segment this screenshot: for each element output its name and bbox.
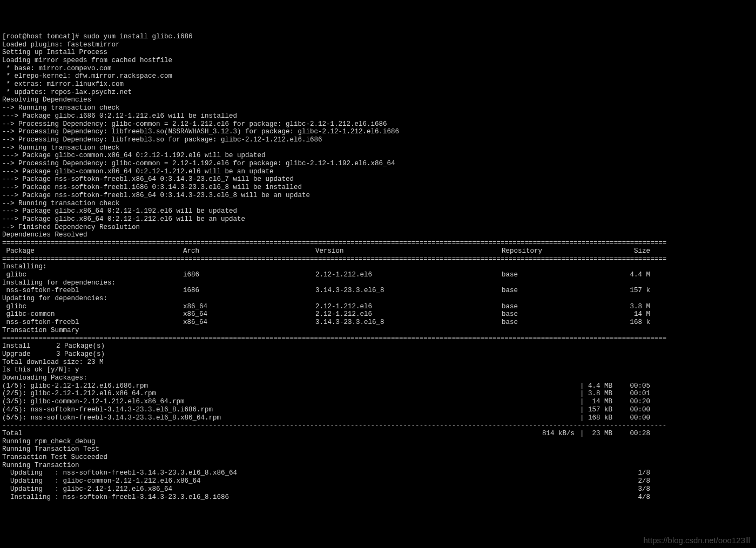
terminal-line: ---> Package glibc-common.x86_64 0:2.12-… (2, 168, 754, 176)
download-size: | 4.4 MB (575, 382, 612, 390)
shell-prompt[interactable]: [root@host tomcat]# sudo yum install gli… (2, 33, 754, 41)
col-arch: i686 (183, 287, 315, 295)
table-row: glibc-commonx86_642.12-1.212.el6base 14 … (2, 310, 754, 319)
download-row: (4/5): nss-softokn-freebl-3.14.3-23.3.el… (2, 406, 754, 414)
summary-value: 2 Package(s) (56, 342, 105, 350)
terminal-line: Loaded plugins: fastestmirror (2, 41, 754, 49)
terminal-line: ---> Package glibc.x86_64 0:2.12-1.192.e… (2, 207, 754, 215)
download-name: (5/5): nss-softokn-freebl-3.14.3-23.3.el… (2, 414, 575, 422)
terminal-line: --> Processing Dependency: glibc-common … (2, 120, 754, 128)
progress-count: 2/8 (626, 477, 650, 485)
divider-dash: ----------------------------------------… (2, 422, 754, 430)
terminal-line: ---> Package glibc.x86_64 0:2.12-1.212.e… (2, 215, 754, 224)
col-ver: 2.12-1.212.el6 (315, 303, 502, 311)
confirm-prompt[interactable]: Is this ok [y/N]: y (2, 366, 754, 374)
download-size: | 14 MB (575, 398, 612, 406)
col-size: Size (615, 247, 650, 255)
terminal-line: --> Processing Dependency: libfreebl3.so… (2, 136, 754, 144)
divider-eq: ========================================… (2, 255, 754, 263)
col-ver: 3.14.3-23.3.el6_8 (315, 287, 502, 295)
terminal-line: ---> Package glibc.i686 0:2.12-1.212.el6… (2, 112, 754, 120)
progress-name: Updating : glibc-common-2.12-1.212.el6.x… (2, 477, 626, 485)
divider-eq: ========================================… (2, 239, 754, 247)
section-title: Updating for dependencies: (2, 295, 754, 303)
total-time: 00:28 (612, 430, 650, 438)
summary-label: Install (2, 342, 56, 350)
download-size: | 168 kB (575, 414, 612, 422)
col-size: 3.8 M (615, 303, 650, 311)
progress-name: Updating : nss-softokn-freebl-3.14.3-23.… (2, 469, 626, 477)
col-pkg: nss-softokn-freebl (2, 287, 183, 295)
table-header-row: PackageArchVersionRepositorySize (2, 247, 754, 255)
terminal-line: Running rpm_check_debug (2, 438, 754, 446)
txn-summary-title: Transaction Summary (2, 327, 754, 335)
terminal-line: Dependencies Resolved (2, 231, 754, 239)
terminal-line: * updates: repos-lax.psychz.net (2, 89, 754, 97)
col-repo: base (502, 271, 615, 279)
progress-name: Installing : nss-softokn-freebl-3.14.3-2… (2, 493, 626, 502)
total-rate: 814 kB/s (534, 430, 575, 438)
col-pkg: Package (2, 247, 183, 255)
download-name: (4/5): nss-softokn-freebl-3.14.3-23.3.el… (2, 406, 575, 414)
section-title: Installing: (2, 263, 754, 271)
download-time: 00:00 (612, 414, 650, 422)
summary-value: 3 Package(s) (56, 350, 105, 358)
terminal-line: Total download size: 23 M (2, 358, 754, 367)
col-ver: 2.12-1.212.el6 (315, 310, 502, 319)
download-time: 00:01 (612, 390, 650, 398)
terminal-line: --> Running transaction check (2, 200, 754, 208)
downloading-label: Downloading Packages: (2, 374, 754, 382)
download-row: (5/5): nss-softokn-freebl-3.14.3-23.3.el… (2, 414, 754, 422)
terminal-line: --> Finished Dependency Resolution (2, 224, 754, 232)
progress-count: 3/8 (626, 485, 650, 493)
table-row: nss-softokn-freebli6863.14.3-23.3.el6_8b… (2, 287, 754, 295)
table-row: glibcx86_642.12-1.212.el6base3.8 M (2, 303, 754, 311)
col-arch: x86_64 (183, 310, 315, 319)
progress-name: Updating : glibc-2.12-1.212.el6.x86_64 (2, 485, 626, 493)
terminal-line: * base: mirror.compevo.com (2, 65, 754, 73)
download-row: (3/5): glibc-common-2.12-1.212.el6.x86_6… (2, 398, 754, 406)
col-repo: base (502, 319, 615, 327)
col-size: 14 M (615, 310, 650, 319)
col-repo: base (502, 310, 615, 319)
col-size: 168 k (615, 319, 650, 327)
progress-count: 1/8 (626, 469, 650, 477)
terminal-line: --> Processing Dependency: glibc-common … (2, 160, 754, 168)
progress-count: 4/8 (626, 493, 650, 502)
download-name: (2/5): glibc-2.12-1.212.el6.x86_64.rpm (2, 390, 575, 398)
transaction-progress-row: Installing : nss-softokn-freebl-3.14.3-2… (2, 493, 754, 502)
divider-eq: ========================================… (2, 335, 754, 343)
terminal-line: ---> Package glibc-common.x86_64 0:2.12-… (2, 152, 754, 160)
terminal-line: Running Transaction (2, 462, 754, 470)
col-arch: i686 (183, 271, 315, 279)
terminal-line: Loading mirror speeds from cached hostfi… (2, 57, 754, 65)
col-pkg: glibc-common (2, 310, 183, 319)
watermark-text: https://blog.csdn.net/ooo123lll (644, 537, 751, 545)
terminal-line: Resolving Dependencies (2, 96, 754, 104)
col-ver: Version (315, 247, 502, 255)
col-size: 157 k (615, 287, 650, 295)
summary-row: Install2 Package(s) (2, 342, 754, 350)
section-title: Installing for dependencies: (2, 279, 754, 287)
terminal-line: Setting up Install Process (2, 49, 754, 57)
download-time: 00:00 (612, 406, 650, 414)
col-arch: Arch (183, 247, 315, 255)
download-total-row: Total814 kB/s| 23 MB00:28 (2, 430, 754, 438)
col-repo: Repository (502, 247, 615, 255)
terminal-line: * elrepo-kernel: dfw.mirror.rackspace.co… (2, 72, 754, 80)
terminal-line: * extras: mirror.linuxfix.com (2, 80, 754, 89)
total-size: | 23 MB (575, 430, 612, 438)
col-ver: 3.14.3-23.3.el6_8 (315, 319, 502, 327)
col-repo: base (502, 287, 615, 295)
download-name: (1/5): glibc-2.12-1.212.el6.i686.rpm (2, 382, 575, 390)
terminal-line: Transaction Test Succeeded (2, 454, 754, 462)
download-row: (2/5): glibc-2.12-1.212.el6.x86_64.rpm| … (2, 390, 754, 398)
table-row: glibci6862.12-1.212.el6base4.4 M (2, 271, 754, 279)
summary-label: Upgrade (2, 350, 56, 358)
terminal-output: [root@host tomcat]# sudo yum install gli… (2, 33, 754, 501)
col-pkg: glibc (2, 271, 183, 279)
download-row: (1/5): glibc-2.12-1.212.el6.i686.rpm| 4.… (2, 382, 754, 390)
download-time: 00:20 (612, 398, 650, 406)
col-arch: x86_64 (183, 303, 315, 311)
col-ver: 2.12-1.212.el6 (315, 271, 502, 279)
